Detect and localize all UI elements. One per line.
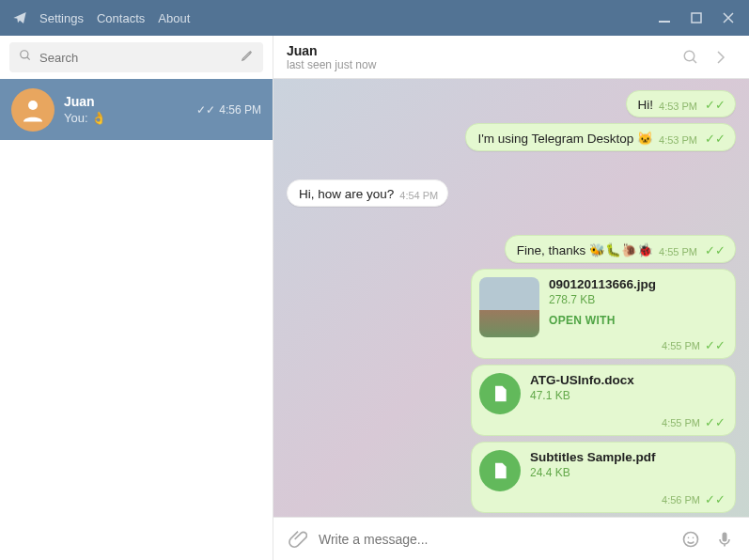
file-thumbnail — [479, 277, 539, 337]
message-out[interactable]: Hi! 4:53 PM ✓✓ — [626, 90, 736, 117]
app-logo-icon — [11, 9, 28, 26]
message-time: 4:54 PM — [399, 190, 438, 201]
chat-pane: Juan last seen just now Hi! 4:53 PM ✓✓ I… — [273, 36, 749, 560]
message-time: 4:55 PM — [662, 340, 700, 351]
svg-point-7 — [693, 537, 694, 538]
file-name: Subtitles Sample.pdf — [530, 450, 727, 464]
messages-list: Hi! 4:53 PM ✓✓ I'm using Telegram Deskto… — [273, 79, 749, 517]
menu-settings[interactable]: Settings — [39, 11, 84, 25]
message-out[interactable]: Fine, thanks 🐝🐛🐌🐞 4:55 PM ✓✓ — [505, 235, 736, 263]
compose-icon[interactable] — [241, 49, 254, 66]
message-text: I'm using Telegram Desktop 🐱 — [477, 131, 653, 146]
chat-time: 4:56 PM — [219, 103, 261, 117]
svg-point-6 — [688, 537, 690, 538]
chat-preview: You: 👌 — [64, 111, 196, 125]
header-search-icon[interactable] — [676, 42, 706, 72]
svg-rect-8 — [723, 532, 727, 541]
message-time: 4:55 PM — [662, 417, 700, 428]
file-size: 47.1 KB — [530, 389, 727, 402]
titlebar: Settings Contacts About — [0, 0, 749, 36]
message-time: 4:53 PM — [659, 134, 697, 146]
emoji-icon[interactable] — [678, 526, 704, 552]
read-ticks-icon: ✓✓ — [705, 98, 726, 112]
chat-title: Juan — [287, 43, 676, 58]
attach-icon[interactable] — [285, 526, 311, 552]
file-name: ATG-USInfo.docx — [530, 373, 727, 387]
svg-rect-1 — [692, 13, 701, 23]
svg-point-4 — [684, 51, 694, 61]
message-text: Fine, thanks 🐝🐛🐌🐞 — [517, 242, 653, 257]
maximize-icon[interactable] — [687, 8, 706, 27]
svg-point-2 — [21, 51, 28, 58]
read-ticks-icon: ✓✓ — [196, 103, 215, 117]
message-text: Hi! — [638, 98, 654, 112]
message-time: 4:55 PM — [659, 246, 697, 257]
svg-point-3 — [28, 101, 38, 110]
search-icon — [19, 49, 32, 66]
file-attachment-doc[interactable]: Subtitles Sample.pdf 24.4 KB 4:56 PM✓✓ — [471, 442, 736, 513]
read-ticks-icon: ✓✓ — [705, 243, 726, 257]
file-icon — [479, 373, 521, 414]
file-name: 090120113666.jpg — [549, 277, 727, 291]
file-attachment-doc[interactable]: ATG-USInfo.docx 47.1 KB 4:55 PM✓✓ — [471, 365, 736, 436]
message-out[interactable]: I'm using Telegram Desktop 🐱 4:53 PM ✓✓ — [465, 123, 736, 151]
close-icon[interactable] — [719, 8, 738, 27]
read-ticks-icon: ✓✓ — [705, 415, 726, 429]
menu-about[interactable]: About — [158, 11, 190, 25]
message-time: 4:53 PM — [659, 101, 697, 112]
composer — [273, 517, 749, 560]
chat-status: last seen just now — [287, 58, 676, 71]
svg-rect-0 — [659, 21, 670, 23]
chat-header: Juan last seen just now — [273, 36, 749, 79]
sidebar: Juan You: 👌 ✓✓ 4:56 PM — [0, 36, 273, 560]
searchbar — [0, 36, 273, 79]
svg-point-5 — [684, 532, 698, 546]
file-icon — [479, 450, 521, 491]
menu-contacts[interactable]: Contacts — [97, 11, 145, 25]
chat-list-item[interactable]: Juan You: 👌 ✓✓ 4:56 PM — [0, 79, 273, 140]
microphone-icon[interactable] — [711, 526, 738, 552]
avatar — [11, 88, 55, 132]
read-ticks-icon: ✓✓ — [705, 492, 726, 506]
search-box[interactable] — [9, 42, 263, 72]
message-text: Hi, how are you? — [299, 187, 394, 201]
read-ticks-icon: ✓✓ — [705, 338, 726, 352]
minimize-icon[interactable] — [655, 8, 674, 27]
chat-name: Juan — [64, 94, 196, 109]
message-time: 4:56 PM — [662, 494, 700, 506]
file-size: 278.7 KB — [549, 293, 727, 306]
message-in[interactable]: Hi, how are you? 4:54 PM — [287, 179, 448, 207]
chevron-right-icon[interactable] — [706, 42, 736, 72]
message-input[interactable] — [319, 532, 670, 547]
open-with-button[interactable]: OPEN WITH — [549, 314, 727, 327]
read-ticks-icon: ✓✓ — [705, 132, 726, 146]
search-input[interactable] — [32, 51, 241, 65]
file-attachment-image[interactable]: 090120113666.jpg 278.7 KB OPEN WITH 4:55… — [471, 269, 736, 359]
file-size: 24.4 KB — [530, 466, 727, 479]
chat-meta: ✓✓ 4:56 PM — [196, 103, 261, 117]
